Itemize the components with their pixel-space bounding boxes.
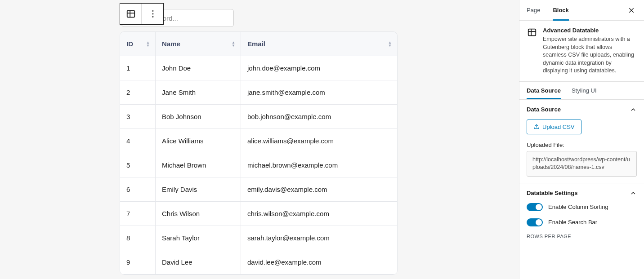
uploaded-file-path: http://localhost/wordpress/wp-content/up… — [527, 151, 637, 177]
table-icon — [527, 27, 537, 38]
svg-rect-8 — [528, 29, 536, 36]
table-row: 1John Doejohn.doe@example.com — [120, 56, 397, 80]
sidebar-tabs: Page Block — [519, 0, 644, 21]
table-row: 8Sarah Taylorsarah.taylor@example.com — [120, 226, 397, 250]
close-icon — [628, 7, 635, 14]
block-toolbar — [120, 3, 164, 25]
panel-header-settings[interactable]: Datatable Settings — [527, 190, 637, 197]
table-row: 4Alice Williamsalice.williams@example.co… — [120, 129, 397, 153]
block-card: Advanced Datatable Empower site administ… — [519, 21, 644, 82]
column-header-email[interactable]: Email ▲▼ — [241, 32, 397, 56]
cell-email: sarah.taylor@example.com — [241, 226, 397, 250]
toggle-search-bar[interactable] — [527, 218, 543, 226]
inner-tabs: Data Source Styling UI — [519, 82, 644, 100]
tab-page[interactable]: Page — [527, 0, 540, 21]
cell-name: Sarah Taylor — [155, 226, 241, 250]
table-row: 3Bob Johnsonbob.johnson@example.com — [120, 105, 397, 129]
block-description: Empower site administrators with a Guten… — [543, 35, 637, 75]
rows-per-page-label: ROWS PER PAGE — [527, 234, 637, 239]
cell-email: jane.smith@example.com — [241, 80, 397, 105]
column-header-label: Email — [247, 40, 265, 48]
sort-icon: ▲▼ — [146, 41, 150, 47]
svg-point-3 — [152, 10, 153, 12]
cell-name: Emily Davis — [155, 177, 241, 202]
cell-name: Jane Smith — [155, 80, 241, 105]
inner-tab-styling-ui[interactable]: Styling UI — [572, 82, 597, 99]
cell-email: john.doe@example.com — [241, 56, 397, 80]
editor-canvas: ID ▲▼ Name ▲▼ Email ▲▼ 1John Doejohn.doe… — [0, 0, 519, 279]
panel-title: Datatable Settings — [527, 190, 577, 196]
cell-name: John Doe — [155, 56, 241, 80]
cell-name: Michael Brown — [155, 153, 241, 177]
cell-id: 8 — [120, 226, 155, 250]
panel-datatable-settings: Datatable Settings Enable Column Sorting… — [519, 183, 644, 245]
sort-icon: ▲▼ — [388, 41, 392, 47]
cell-id: 1 — [120, 56, 155, 80]
column-header-label: ID — [126, 40, 133, 48]
tab-block[interactable]: Block — [553, 0, 568, 21]
more-vertical-icon — [148, 9, 158, 19]
block-options-button[interactable] — [142, 4, 163, 24]
cell-email: emily.davis@example.com — [241, 177, 397, 202]
cell-name: Alice Williams — [155, 129, 241, 153]
cell-id: 4 — [120, 129, 155, 153]
block-type-button[interactable] — [120, 4, 142, 24]
panel-header-data-source[interactable]: Data Source — [527, 106, 637, 113]
toggle-column-sorting[interactable] — [527, 203, 543, 211]
column-header-label: Name — [162, 40, 180, 48]
svg-point-4 — [152, 13, 153, 15]
cell-email: bob.johnson@example.com — [241, 105, 397, 129]
cell-id: 3 — [120, 105, 155, 129]
datatable: ID ▲▼ Name ▲▼ Email ▲▼ 1John Doejohn.doe… — [120, 31, 398, 275]
table-row: 5Michael Brownmichael.brown@example.com — [120, 153, 397, 177]
inner-tab-data-source[interactable]: Data Source — [527, 82, 561, 99]
cell-id: 5 — [120, 153, 155, 177]
column-header-name[interactable]: Name ▲▼ — [155, 32, 241, 56]
cell-id: 6 — [120, 177, 155, 202]
upload-icon — [533, 124, 540, 130]
chevron-up-icon — [630, 190, 637, 197]
table-row: 7Chris Wilsonchris.wilson@example.com — [120, 202, 397, 226]
table-row: 2Jane Smithjane.smith@example.com — [120, 80, 397, 105]
upload-csv-button[interactable]: Upload CSV — [527, 120, 581, 134]
uploaded-file-label: Uploaded File: — [527, 142, 637, 148]
panel-data-source: Data Source Upload CSV Uploaded File: ht… — [519, 100, 644, 183]
svg-point-5 — [152, 16, 153, 18]
cell-id: 9 — [120, 250, 155, 275]
toggle-column-sorting-label: Enable Column Sorting — [548, 204, 608, 210]
column-header-id[interactable]: ID ▲▼ — [120, 32, 155, 56]
cell-email: chris.wilson@example.com — [241, 202, 397, 226]
cell-email: michael.brown@example.com — [241, 153, 397, 177]
chevron-up-icon — [630, 106, 637, 113]
cell-id: 2 — [120, 80, 155, 105]
upload-csv-label: Upload CSV — [542, 124, 575, 130]
cell-id: 7 — [120, 202, 155, 226]
cell-email: david.lee@example.com — [241, 250, 397, 275]
toggle-search-bar-label: Enable Search Bar — [548, 219, 597, 226]
cell-name: Bob Johnson — [155, 105, 241, 129]
block-title: Advanced Datatable — [543, 27, 637, 34]
table-row: 9David Leedavid.lee@example.com — [120, 250, 397, 275]
cell-name: Chris Wilson — [155, 202, 241, 226]
cell-email: alice.williams@example.com — [241, 129, 397, 153]
sort-icon: ▲▼ — [232, 41, 235, 47]
close-sidebar-button[interactable] — [623, 0, 640, 21]
cell-name: David Lee — [155, 250, 241, 275]
table-icon — [126, 9, 136, 19]
panel-title: Data Source — [527, 106, 561, 113]
settings-sidebar: Page Block Advanced Datatable Empower si… — [519, 0, 644, 279]
table-row: 6Emily Davisemily.davis@example.com — [120, 177, 397, 202]
svg-rect-0 — [127, 11, 135, 18]
